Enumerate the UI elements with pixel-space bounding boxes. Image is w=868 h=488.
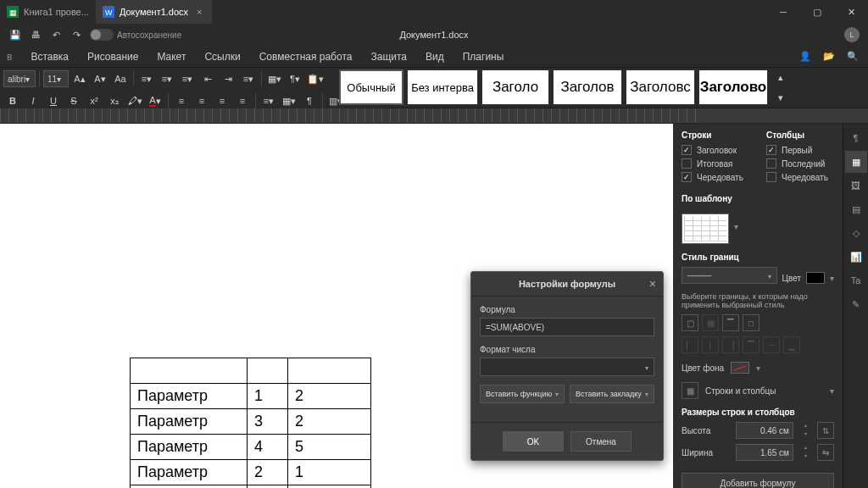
v-align-icon[interactable]: ≡▾ (259, 92, 278, 110)
chevron-down-icon[interactable]: ▾ (830, 386, 834, 396)
header-row-checkbox[interactable] (682, 145, 692, 155)
cancel-button[interactable]: Отмена (570, 431, 632, 452)
menu-file[interactable]: в (5, 47, 20, 66)
bg-color-swatch[interactable] (731, 362, 749, 374)
nonprinting-icon[interactable]: ¶ (300, 92, 319, 110)
open-location-icon[interactable]: 📂 (819, 47, 839, 67)
first-col-checkbox[interactable] (766, 145, 776, 155)
highlight-icon[interactable]: 🖍▾ (125, 92, 144, 110)
banded-cols-checkbox[interactable] (766, 172, 776, 182)
insert-icon[interactable]: ▦▾ (265, 69, 284, 88)
tab-spreadsheet[interactable]: ▦ Книга1 прове... (0, 0, 96, 24)
style-heading1[interactable]: Заголо (481, 69, 549, 105)
user-avatar[interactable]: L (844, 27, 860, 42)
align-left-icon[interactable]: ≡ (172, 92, 191, 110)
style-heading2[interactable]: Заголов (553, 69, 622, 105)
format-select[interactable] (480, 358, 654, 376)
border-inner-h-icon[interactable]: ─ (763, 336, 780, 353)
autosave-toggle[interactable] (90, 29, 114, 41)
maximize-button[interactable]: ▢ (800, 0, 834, 24)
subscript-icon[interactable]: x₂ (105, 92, 124, 110)
horizontal-ruler[interactable] (0, 108, 868, 124)
dialog-close-icon[interactable]: × (649, 277, 656, 291)
total-row-checkbox[interactable] (682, 158, 692, 169)
font-select[interactable]: alibri ▾ (3, 70, 36, 87)
close-button[interactable]: ✕ (834, 0, 868, 24)
change-case-icon[interactable]: Aa (111, 69, 130, 88)
image-settings-icon[interactable]: 🖼 (845, 175, 867, 197)
italic-icon[interactable]: I (24, 92, 42, 110)
style-no-spacing[interactable]: Без интерва (407, 69, 478, 105)
menu-plugins[interactable]: Плагины (454, 47, 513, 66)
font-size-select[interactable]: 11 ▾ (43, 70, 69, 87)
decrease-font-icon[interactable]: A▾ (91, 69, 109, 88)
ok-button[interactable]: OK (503, 431, 564, 452)
print-icon[interactable]: 🖶 (25, 25, 46, 45)
width-input[interactable] (736, 444, 793, 461)
width-stepper[interactable]: ▴▾ (800, 444, 810, 461)
numbering-icon[interactable]: ≡▾ (158, 69, 176, 88)
indent-dec-icon[interactable]: ⇤ (198, 69, 217, 88)
template-dropdown-icon[interactable]: ▾ (734, 222, 738, 231)
search-icon[interactable]: 🔍 (843, 47, 863, 67)
border-top-icon[interactable]: ▔ (722, 314, 739, 331)
redo-icon[interactable]: ↷ (66, 25, 86, 45)
border-bottom-icon[interactable]: ▁ (783, 336, 800, 353)
menu-view[interactable]: Вид (417, 47, 453, 66)
align-right-icon[interactable]: ≡ (213, 92, 231, 110)
bold-icon[interactable]: B (3, 92, 22, 110)
superscript-icon[interactable]: x² (85, 92, 103, 110)
menu-draw[interactable]: Рисование (79, 47, 147, 66)
paragraph-settings-icon[interactable]: ¶ (845, 127, 867, 149)
shading-icon[interactable]: ▦▾ (280, 92, 298, 110)
formula-input[interactable] (480, 318, 654, 336)
font-color-icon[interactable]: A▾ (146, 92, 164, 110)
height-input[interactable] (736, 422, 793, 439)
border-style-select[interactable]: ──── (682, 267, 777, 284)
shape-settings-icon[interactable]: ◇ (845, 222, 867, 244)
align-center-icon[interactable]: ≡ (192, 92, 211, 110)
chevron-down-icon[interactable]: ▾ (756, 363, 760, 373)
distribute-cols-icon[interactable]: ⇆ (817, 444, 834, 461)
distribute-rows-icon[interactable]: ⇅ (817, 422, 834, 439)
border-right-icon[interactable]: ▕ (722, 336, 739, 353)
signature-icon[interactable]: ✎ (845, 293, 867, 315)
height-stepper[interactable]: ▴▾ (800, 422, 810, 439)
text-art-icon[interactable]: Ta (845, 269, 867, 291)
close-icon[interactable]: × (193, 7, 205, 17)
menu-collab[interactable]: Совместная работа (251, 47, 361, 66)
border-top2-icon[interactable]: ▔ (743, 336, 760, 353)
dialog-header[interactable]: Настройки формулы × (471, 272, 663, 297)
bullets-icon[interactable]: ≡▾ (137, 69, 156, 88)
tab-document[interactable]: W Документ1.docx × (96, 0, 212, 24)
style-heading4[interactable]: Заголово (698, 69, 768, 105)
style-heading3[interactable]: Заголовс (626, 69, 695, 105)
underline-icon[interactable]: U (44, 92, 63, 110)
border-left-icon[interactable]: ▏ (682, 336, 698, 353)
document-table[interactable]: Параметр12 Параметр32 Параметр45 Парамет… (130, 358, 371, 488)
insert-function-select[interactable]: Вставить функцию (480, 385, 565, 403)
formatting-marks-icon[interactable]: ¶▾ (286, 69, 304, 88)
line-spacing-icon[interactable]: ≡▾ (239, 69, 258, 88)
clipboard-icon[interactable]: 📋▾ (306, 69, 325, 88)
border-inner-v-icon[interactable]: │ (702, 336, 719, 353)
user-icon[interactable]: 👤 (795, 47, 815, 67)
menu-protect[interactable]: Защита (362, 47, 415, 66)
insert-bookmark-select[interactable]: Вставить закладку (570, 385, 654, 403)
menu-layout[interactable]: Макет (148, 47, 194, 66)
menu-insert[interactable]: Вставка (22, 47, 77, 66)
minimize-button[interactable]: ─ (766, 0, 800, 24)
save-icon[interactable]: 💾 (5, 25, 25, 45)
border-color-swatch[interactable] (806, 272, 825, 284)
strike-icon[interactable]: S (64, 92, 83, 110)
multilevel-icon[interactable]: ≡▾ (178, 69, 197, 88)
add-formula-button[interactable]: Добавить формулу (682, 473, 834, 488)
styles-down-icon[interactable]: ▾ (771, 88, 790, 107)
chevron-down-icon[interactable]: ▾ (830, 274, 834, 283)
table-template[interactable] (682, 214, 729, 244)
last-col-checkbox[interactable] (766, 158, 776, 169)
table-settings-icon[interactable]: ▦ (845, 151, 867, 173)
border-all-icon[interactable]: ▦ (702, 314, 719, 331)
border-none-icon[interactable]: □ (743, 314, 760, 331)
indent-inc-icon[interactable]: ⇥ (219, 69, 237, 88)
